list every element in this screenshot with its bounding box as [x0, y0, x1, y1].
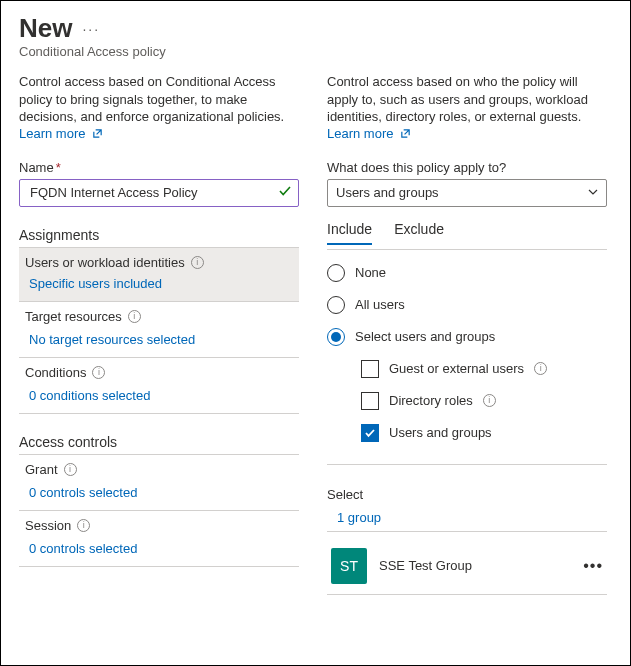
grant-label: Grant [25, 462, 58, 477]
left-description: Control access based on Conditional Acce… [19, 73, 299, 126]
users-identities-link[interactable]: Specific users included [29, 276, 162, 291]
users-identities-label: Users or workload identities [25, 255, 185, 270]
apply-dropdown[interactable]: Users and groups [327, 179, 607, 207]
learn-more-label: Learn more [327, 126, 393, 141]
radio-none[interactable]: None [327, 264, 607, 282]
target-resources-row[interactable]: Target resources i [19, 302, 299, 330]
name-input-wrap[interactable] [19, 179, 299, 207]
assignments-heading: Assignments [19, 227, 299, 243]
radio-icon [327, 328, 345, 346]
right-description: Control access based on who the policy w… [327, 73, 607, 126]
external-link-icon [92, 127, 103, 142]
group-avatar: ST [331, 548, 367, 584]
radio-icon [327, 296, 345, 314]
title-menu-button[interactable]: ··· [82, 21, 100, 37]
name-field-label: Name* [19, 160, 299, 175]
radio-all-users[interactable]: All users [327, 296, 607, 314]
checkbox-icon [361, 392, 379, 410]
checkbox-guest-external[interactable]: Guest or external users i [361, 360, 607, 378]
conditions-link[interactable]: 0 conditions selected [29, 388, 150, 403]
selected-group-item[interactable]: ST SSE Test Group ••• [327, 538, 607, 594]
group-name: SSE Test Group [379, 558, 472, 573]
learn-more-label: Learn more [19, 126, 85, 141]
apply-dropdown-value: Users and groups [336, 185, 439, 200]
checkbox-usersgroups-label: Users and groups [389, 425, 492, 440]
info-icon[interactable]: i [534, 362, 547, 375]
info-icon[interactable]: i [77, 519, 90, 532]
checkbox-guest-label: Guest or external users [389, 361, 524, 376]
radio-icon [327, 264, 345, 282]
checkbox-icon [361, 360, 379, 378]
chevron-down-icon [588, 187, 598, 199]
info-icon[interactable]: i [483, 394, 496, 407]
right-learn-more-link[interactable]: Learn more [327, 126, 411, 141]
session-label: Session [25, 518, 71, 533]
checkbox-dirroles-label: Directory roles [389, 393, 473, 408]
name-input[interactable] [28, 184, 278, 201]
target-resources-link[interactable]: No target resources selected [29, 332, 195, 347]
session-row[interactable]: Session i [19, 511, 299, 539]
apply-label: What does this policy apply to? [327, 160, 607, 175]
external-link-icon [400, 127, 411, 142]
info-icon[interactable]: i [191, 256, 204, 269]
tab-exclude[interactable]: Exclude [394, 221, 444, 245]
conditions-row[interactable]: Conditions i [19, 358, 299, 386]
users-identities-sub[interactable]: Specific users included [19, 276, 299, 301]
checkbox-users-groups[interactable]: Users and groups [361, 424, 607, 442]
select-link[interactable]: 1 group [337, 510, 381, 525]
checkbox-icon [361, 424, 379, 442]
access-controls-heading: Access controls [19, 434, 299, 450]
page-subtitle: Conditional Access policy [19, 44, 612, 59]
info-icon[interactable]: i [92, 366, 105, 379]
radio-select-label: Select users and groups [355, 329, 495, 344]
radio-select-users-groups[interactable]: Select users and groups [327, 328, 607, 346]
conditions-label: Conditions [25, 365, 86, 380]
target-resources-label: Target resources [25, 309, 122, 324]
session-link[interactable]: 0 controls selected [29, 541, 137, 556]
page-title: New [19, 13, 72, 44]
users-identities-row[interactable]: Users or workload identities i [19, 248, 299, 276]
checkbox-directory-roles[interactable]: Directory roles i [361, 392, 607, 410]
radio-none-label: None [355, 265, 386, 280]
info-icon[interactable]: i [64, 463, 77, 476]
check-icon [278, 184, 292, 201]
radio-all-users-label: All users [355, 297, 405, 312]
tab-include[interactable]: Include [327, 221, 372, 245]
group-item-menu-button[interactable]: ••• [583, 557, 603, 575]
grant-row[interactable]: Grant i [19, 455, 299, 483]
left-learn-more-link[interactable]: Learn more [19, 126, 103, 141]
info-icon[interactable]: i [128, 310, 141, 323]
select-label: Select [327, 487, 607, 502]
grant-link[interactable]: 0 controls selected [29, 485, 137, 500]
